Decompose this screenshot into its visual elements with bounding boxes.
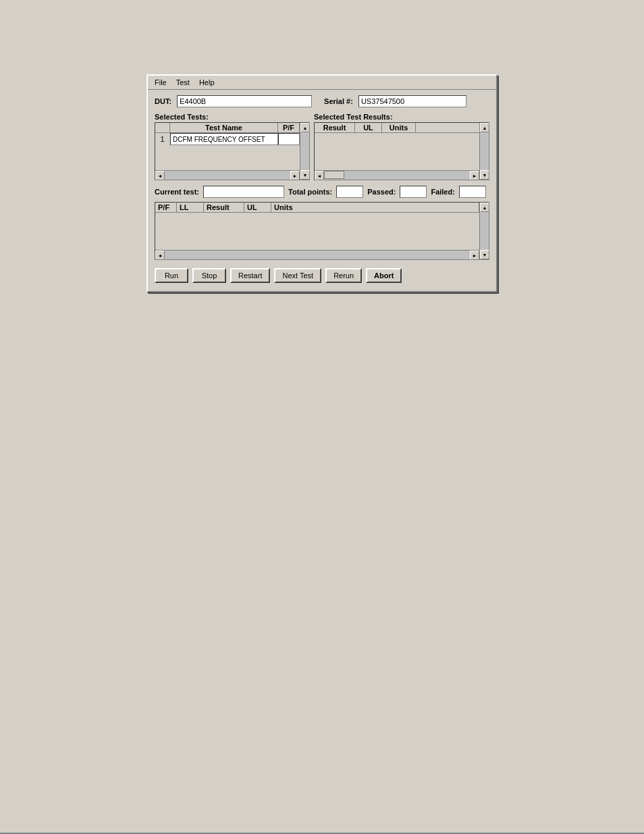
bottom-table-body (155, 213, 479, 250)
restart-button[interactable]: Restart (230, 268, 270, 283)
failed-input[interactable] (459, 186, 486, 198)
tests-scroll-up[interactable]: ▲ (300, 123, 310, 132)
failed-label: Failed: (431, 188, 454, 196)
tests-vscroll-track (300, 132, 309, 170)
bottom-hscroll-track[interactable] (165, 251, 470, 259)
total-points-input[interactable] (336, 186, 363, 198)
results-scroll-left[interactable]: ◄ (315, 171, 324, 180)
next-test-button[interactable]: Next Test (274, 268, 321, 283)
dut-label: DUT: (155, 97, 171, 105)
selected-tests-label: Selected Tests: (155, 113, 310, 121)
td-row-num: 1 (155, 133, 170, 145)
selected-tests-section: Selected Tests: Test Name P/F 1 (155, 113, 310, 180)
passed-label: Passed: (367, 188, 396, 196)
tests-scroll-right[interactable]: ► (290, 171, 300, 180)
table-row[interactable]: 1 DCFM FREQUENCY OFFSET (155, 133, 300, 145)
dut-input[interactable] (177, 95, 312, 107)
bth-result: Result (204, 203, 244, 212)
selected-results-label: Selected Test Results: (314, 113, 489, 121)
bth-units: Units (271, 203, 479, 212)
current-test-input[interactable] (203, 186, 284, 198)
tests-hscroll-track[interactable] (165, 171, 290, 180)
bottom-scroll-up[interactable]: ▲ (480, 203, 489, 212)
bottom-scroll-left[interactable]: ◄ (155, 251, 165, 259)
serial-input[interactable] (358, 95, 466, 107)
bottom-table-container: P/F LL Result UL Units ◄ ► ▲ (155, 202, 489, 260)
tests-scroll-down[interactable]: ▼ (300, 170, 310, 180)
bottom-vscroll[interactable]: ▲ ▼ (479, 203, 489, 259)
run-button[interactable]: Run (155, 268, 188, 283)
td-pf (278, 133, 300, 145)
results-vscroll-track (480, 132, 489, 170)
tests-table-body: 1 DCFM FREQUENCY OFFSET (155, 133, 300, 170)
td-test-name: DCFM FREQUENCY OFFSET (170, 133, 278, 145)
bottom-vscroll-track (480, 212, 489, 250)
th-test-name: Test Name (170, 123, 278, 132)
bth-ul: UL (244, 203, 271, 212)
results-table-header: Result UL Units (315, 123, 479, 133)
tests-vscroll[interactable]: ▲ ▼ (300, 123, 309, 180)
th-pf: P/F (278, 123, 300, 132)
abort-button[interactable]: Abort (366, 268, 402, 283)
bth-ll: LL (177, 203, 204, 212)
current-test-label: Current test: (155, 188, 199, 196)
selected-results-section: Selected Test Results: Result UL Units (314, 113, 489, 180)
results-scroll-down[interactable]: ▼ (480, 170, 489, 180)
passed-input[interactable] (400, 186, 427, 198)
stop-button[interactable]: Stop (192, 268, 226, 283)
tests-table-header: Test Name P/F (155, 123, 300, 133)
menu-test[interactable]: Test (172, 78, 194, 87)
results-vscroll[interactable]: ▲ ▼ (479, 123, 489, 180)
serial-label: Serial #: (324, 97, 353, 105)
bottom-table-header: P/F LL Result UL Units (155, 203, 479, 213)
bottom-scroll-right[interactable]: ► (470, 251, 479, 259)
rerun-button[interactable]: Rerun (325, 268, 362, 283)
results-table-body (315, 133, 479, 170)
current-test-row: Current test: Total points: Passed: Fail… (155, 186, 489, 198)
buttons-row: Run Stop Restart Next Test Rerun Abort (155, 265, 489, 286)
menubar: File Test Help (148, 76, 496, 90)
tables-section: Selected Tests: Test Name P/F 1 (155, 113, 489, 180)
th-num (155, 123, 170, 132)
tests-hscroll[interactable]: ◄ ► (155, 170, 300, 180)
dut-serial-row: DUT: Serial #: (155, 95, 489, 107)
main-window: File Test Help DUT: Serial #: Selected T… (146, 74, 498, 292)
bottom-scroll-down[interactable]: ▼ (480, 250, 489, 259)
bottom-hscroll[interactable]: ◄ ► (155, 250, 479, 259)
results-hscroll-track[interactable] (324, 171, 470, 180)
tests-scroll-left[interactable]: ◄ (155, 171, 165, 180)
th-ul: UL (355, 123, 382, 132)
th-units: Units (382, 123, 416, 132)
menu-help[interactable]: Help (195, 78, 219, 87)
th-result: Result (315, 123, 355, 132)
menu-file[interactable]: File (151, 78, 171, 87)
results-hscroll[interactable]: ◄ ► (315, 170, 479, 180)
results-scroll-right[interactable]: ► (470, 171, 479, 180)
bth-pf: P/F (155, 203, 177, 212)
total-points-label: Total points: (288, 188, 332, 196)
results-scroll-up[interactable]: ▲ (480, 123, 489, 132)
